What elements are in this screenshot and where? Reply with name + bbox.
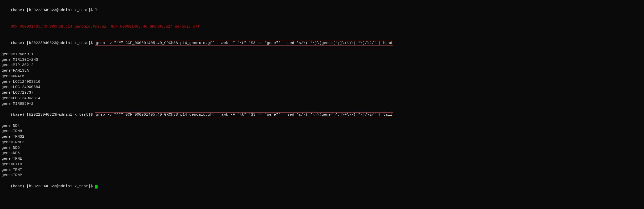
output-trnh: gene=TRNH	[2, 129, 642, 134]
output-fam138a: gene=FAM138A	[2, 68, 642, 74]
cmd2-text: grep -v "^#" GCF_000001405.40_GRCh38.p14…	[96, 113, 392, 117]
ls-file2: GCF_000001405.40_GRCh38.p14_genomic.gff	[111, 25, 200, 29]
cmd-ls: ls	[95, 8, 100, 12]
ls-file1: GCF_000001405.40_GRCh38.p14_genomic.fna.…	[11, 25, 106, 29]
output-loc124903814: gene=LOC124903814	[2, 96, 642, 101]
output-or4f5: gene=OR4F5	[2, 74, 642, 79]
output-loc729737: gene=LOC729737	[2, 90, 642, 96]
prompt-cmd1: (base) [b20223040323@admin1 x_test]$	[11, 41, 95, 45]
output-mir6859-1: gene=MIR6859-1	[2, 52, 642, 57]
output-trne: gene=TRNE	[2, 156, 642, 162]
output-mir6859-2: gene=MIR6859-2	[2, 101, 642, 107]
output-trnt: gene=TRNT	[2, 167, 642, 173]
output-nd6: gene=ND6	[2, 151, 642, 156]
cmd1-text: grep -v "^#" GCF_000001405.40_GRCh38.p14…	[96, 41, 392, 45]
output-nd4: gene=ND4	[2, 123, 642, 129]
output-trns2: gene=TRNS2	[2, 134, 642, 140]
line-cmd1: (base) [b20223040323@admin1 x_test]$ gre…	[2, 35, 642, 52]
output-mir1302-2hg: gene=MIR1302-2HG	[2, 57, 642, 63]
prompt-cmd2: (base) [b20223040323@admin1 x_test]$	[11, 113, 95, 117]
cursor-block	[95, 185, 98, 189]
line-cmd2: (base) [b20223040323@admin1 x_test]$ gre…	[2, 107, 642, 123]
output-trnp: gene=TRNP	[2, 173, 642, 178]
output-loc124903816: gene=LOC124903816	[2, 79, 642, 85]
line-final-prompt: (base) [b20223040323@admin1 x_test]$	[2, 178, 642, 195]
output-trnl2: gene=TRNL2	[2, 140, 642, 145]
cmd1-box: grep -v "^#" GCF_000001405.40_GRCh38.p14…	[95, 41, 393, 46]
output-loc124900384: gene=LOC124900384	[2, 85, 642, 90]
ls-spacing	[106, 25, 111, 29]
output-nd5: gene=ND5	[2, 145, 642, 151]
final-prompt-text: (base) [b20223040323@admin1 x_test]$	[11, 184, 95, 189]
terminal-window: (base) [b20223040323@admin1 x_test]$ ls …	[0, 0, 644, 197]
output-mir1302-2: gene=MIR1302-2	[2, 62, 642, 68]
line-ls-output: GCF_000001405.40_GRCh38.p14_genomic.fna.…	[2, 18, 642, 35]
output-cytb: gene=CYTB	[2, 162, 642, 167]
cmd2-box: grep -v "^#" GCF_000001405.40_GRCh38.p14…	[95, 112, 393, 117]
line-ls-prompt: (base) [b20223040323@admin1 x_test]$ ls	[2, 2, 642, 18]
prompt-text: (base) [b20223040323@admin1 x_test]$	[11, 8, 95, 12]
